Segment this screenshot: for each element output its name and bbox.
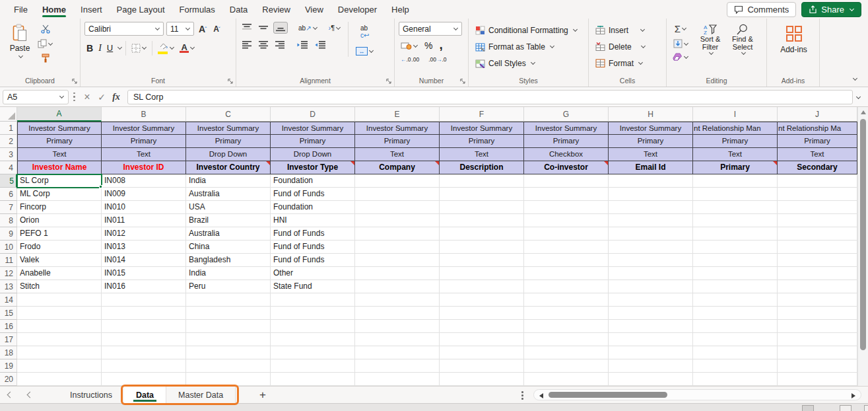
col-header-J[interactable]: J: [778, 107, 857, 122]
cell-H10[interactable]: [609, 241, 693, 254]
cell-B8[interactable]: IN011: [102, 214, 186, 227]
cell-G9[interactable]: [524, 227, 609, 241]
insert-cells-button[interactable]: Insert: [593, 22, 663, 38]
autosum-button[interactable]: Σ: [671, 22, 690, 36]
cell-B3[interactable]: Text: [102, 148, 186, 161]
cell-A20[interactable]: [17, 373, 102, 386]
cell-H15[interactable]: [609, 307, 693, 320]
cell-B5[interactable]: IN008: [102, 174, 186, 188]
cell-E5[interactable]: [355, 174, 440, 188]
cell-H19[interactable]: [609, 359, 693, 373]
menu-tab-page-layout[interactable]: Page Layout: [110, 0, 172, 19]
cell-E15[interactable]: [355, 307, 440, 320]
cell-A10[interactable]: Frodo: [17, 241, 102, 254]
share-button[interactable]: Share: [801, 2, 861, 17]
cell-F1[interactable]: Investor Summary: [440, 122, 524, 135]
row-header-6[interactable]: 6: [0, 188, 17, 201]
cell-E6[interactable]: [355, 188, 440, 201]
cell-G8[interactable]: [524, 214, 609, 227]
cell-E3[interactable]: Text: [355, 148, 440, 161]
middle-align-button[interactable]: [257, 22, 270, 33]
cell-I19[interactable]: [693, 359, 778, 373]
cell-B19[interactable]: [102, 359, 186, 373]
font-color-button[interactable]: A: [178, 42, 197, 55]
fill-button[interactable]: [671, 38, 690, 50]
row-header-5[interactable]: 5: [0, 174, 17, 188]
cell-I2[interactable]: Primary: [693, 135, 778, 148]
cell-D14[interactable]: [271, 293, 355, 307]
cell-I18[interactable]: [693, 346, 778, 359]
cell-B2[interactable]: Primary: [102, 135, 186, 148]
cell-F12[interactable]: [440, 267, 524, 280]
cell-H2[interactable]: Primary: [609, 135, 693, 148]
col-header-I[interactable]: I: [693, 107, 778, 122]
dialog-launcher-icon[interactable]: [72, 79, 77, 84]
menu-tab-view[interactable]: View: [298, 0, 331, 19]
cell-E7[interactable]: [355, 201, 440, 214]
cell-G4[interactable]: Co-investor: [524, 161, 609, 174]
cell-C1[interactable]: Investor Summary: [186, 122, 271, 135]
cell-D13[interactable]: State Fund: [271, 280, 355, 293]
menu-tab-formulas[interactable]: Formulas: [172, 0, 222, 19]
cell-H12[interactable]: [609, 267, 693, 280]
cell-C11[interactable]: Bangladesh: [186, 254, 271, 267]
cell-A12[interactable]: Anabelle: [17, 267, 102, 280]
row-header-18[interactable]: 18: [0, 346, 17, 359]
row-header-19[interactable]: 19: [0, 359, 17, 373]
page-break-view-button[interactable]: [864, 405, 868, 411]
cell-J13[interactable]: [778, 280, 857, 293]
name-box[interactable]: A5: [3, 90, 69, 104]
cell-C16[interactable]: [186, 320, 271, 333]
row-header-16[interactable]: 16: [0, 320, 17, 333]
col-header-H[interactable]: H: [609, 107, 693, 122]
clear-button[interactable]: [671, 52, 690, 62]
cell-J4[interactable]: Secondary: [778, 161, 857, 174]
cell-A13[interactable]: Stitch: [17, 280, 102, 293]
align-right-button[interactable]: [273, 40, 286, 50]
cell-B12[interactable]: IN015: [102, 267, 186, 280]
cell-I7[interactable]: [693, 201, 778, 214]
formula-bar-drag-handle[interactable]: [73, 93, 75, 102]
cell-E1[interactable]: Investor Summary: [355, 122, 440, 135]
row-header-3[interactable]: 3: [0, 148, 17, 161]
sort-filter-button[interactable]: AZ Sort & Filter: [694, 22, 726, 62]
cell-B9[interactable]: IN012: [102, 227, 186, 241]
cell-G20[interactable]: [524, 373, 609, 386]
scroll-right-arrow-icon[interactable]: [851, 393, 855, 398]
align-center-button[interactable]: [257, 40, 270, 50]
cell-H11[interactable]: [609, 254, 693, 267]
cell-C2[interactable]: Primary: [186, 135, 271, 148]
cell-A3[interactable]: Text: [17, 148, 102, 161]
bold-button[interactable]: B: [84, 42, 95, 55]
sheet-tab-master-data[interactable]: Master Data: [166, 387, 236, 403]
cell-C19[interactable]: [186, 359, 271, 373]
cell-A11[interactable]: Valek: [17, 254, 102, 267]
cancel-button[interactable]: ×: [80, 90, 94, 104]
cell-J8[interactable]: [778, 214, 857, 227]
vertical-scrollbar-thumb[interactable]: [860, 119, 866, 350]
formula-input[interactable]: SL Corp: [127, 90, 853, 104]
cell-J9[interactable]: [778, 227, 857, 241]
cell-B20[interactable]: [102, 373, 186, 386]
cell-D1[interactable]: Investor Summary: [271, 122, 355, 135]
scroll-left-arrow-icon[interactable]: [539, 393, 543, 398]
increase-indent-button[interactable]: [313, 40, 327, 50]
row-header-11[interactable]: 11: [0, 254, 17, 267]
accounting-format-button[interactable]: [399, 40, 420, 51]
cell-A16[interactable]: [17, 320, 102, 333]
cell-E16[interactable]: [355, 320, 440, 333]
cell-A7[interactable]: Fincorp: [17, 201, 102, 214]
cell-D12[interactable]: Other: [271, 267, 355, 280]
row-header-13[interactable]: 13: [0, 280, 17, 293]
cell-E10[interactable]: [355, 241, 440, 254]
scroll-up-arrow-icon[interactable]: [861, 110, 866, 114]
dialog-launcher-icon[interactable]: [386, 79, 391, 84]
font-size-select[interactable]: 11: [166, 22, 194, 36]
col-header-D[interactable]: D: [271, 107, 355, 122]
cell-A18[interactable]: [17, 346, 102, 359]
sheet-tab-instructions[interactable]: Instructions: [58, 387, 124, 403]
number-format-select[interactable]: General: [399, 22, 462, 36]
cell-H13[interactable]: [609, 280, 693, 293]
row-header-9[interactable]: 9: [0, 227, 17, 241]
page-layout-view-button[interactable]: [840, 405, 851, 411]
